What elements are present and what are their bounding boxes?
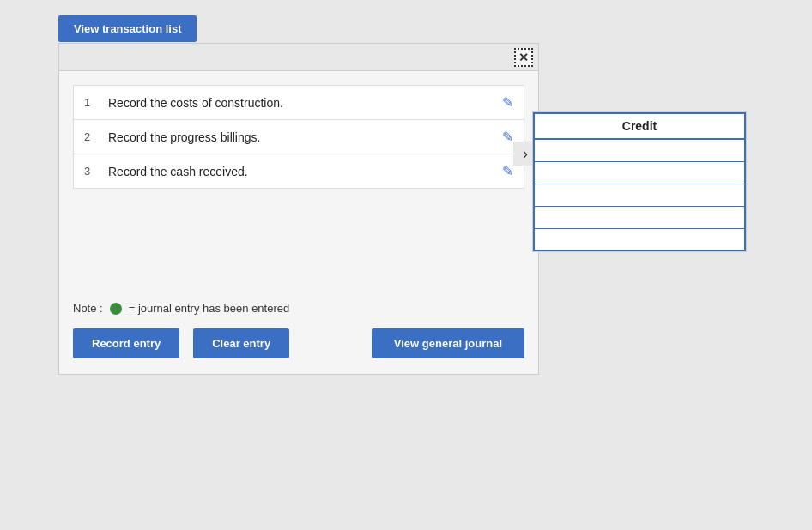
credit-row-4 [533,207,746,229]
step-text: Record the cash received. [108,165,492,178]
edit-icon[interactable]: ✎ [502,94,513,111]
credit-row-3 [533,184,746,207]
step-row: 1Record the costs of construction.✎ [74,86,524,120]
note-text: = journal entry has been entered [129,302,290,315]
step-row: 3Record the cash received.✎ [74,154,524,188]
record-entry-button[interactable]: Record entry [73,328,179,358]
edit-icon[interactable]: ✎ [502,163,513,179]
page-background: View transaction list ✕ 1Record the cost… [0,0,812,530]
step-row: 2Record the progress billings.✎ [74,120,524,154]
step-number: 3 [84,165,98,178]
view-general-journal-button[interactable]: View general journal [372,328,524,358]
view-transaction-button[interactable]: View transaction list [58,15,197,42]
note-prefix: Note : [73,302,103,315]
edit-icon[interactable]: ✎ [502,129,513,145]
credit-header: Credit [533,112,746,140]
main-panel: ✕ 1Record the costs of construction.✎2Re… [58,43,539,375]
footer-buttons: Record entry Clear entry View general jo… [59,322,538,365]
step-number: 2 [84,130,98,143]
note-area: Note : = journal entry has been entered [59,292,538,322]
close-button[interactable]: ✕ [514,48,533,67]
clear-entry-button[interactable]: Clear entry [193,328,289,358]
step-number: 1 [84,96,98,109]
credit-row-2 [533,162,746,184]
green-dot-icon [110,303,122,315]
credit-panel: Credit [532,111,747,252]
step-text: Record the progress billings. [108,130,492,144]
panel-header: ✕ [59,44,538,71]
credit-row-5 [533,229,746,251]
step-text: Record the costs of construction. [108,96,492,110]
credit-row-1 [533,140,746,162]
steps-list: 1Record the costs of construction.✎2Reco… [73,85,524,189]
spacer [59,189,538,292]
